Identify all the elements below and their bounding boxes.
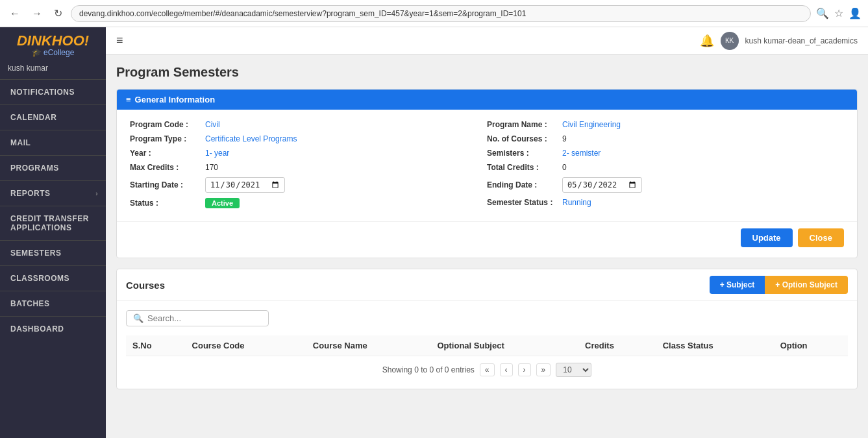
logo-text: DINKHOO!	[8, 34, 98, 48]
sidebar-item-batches[interactable]: BATCHES	[0, 291, 106, 316]
next-page-button[interactable]: ›	[518, 363, 531, 376]
program-type-value: Certificate Level Programs	[205, 134, 297, 143]
per-page-select[interactable]: 10 25 50 100	[556, 363, 591, 377]
courses-header: Courses + Subject + Option Subject	[117, 269, 857, 301]
semisters-value: 2- semister	[562, 149, 601, 158]
profile-icon[interactable]: 👤	[849, 7, 862, 19]
info-col-right: Program Name : Civil Engineering No. of …	[487, 120, 844, 208]
status-badge: Active	[205, 198, 240, 208]
sidebar-logo: DINKHOO! 🎓 eCollege	[0, 27, 106, 61]
app-header: ≡ 🔔 KK kush kumar-dean_of_academics	[106, 27, 868, 55]
sidebar-item-dashboard[interactable]: Dashboard	[0, 317, 106, 341]
table-header: S.No Course Code Course Name Optional Su…	[126, 335, 848, 356]
year-label: Year :	[130, 149, 201, 158]
col-course-name: Course Name	[306, 335, 431, 356]
bookmark-icon[interactable]: ☆	[834, 7, 843, 19]
col-sno: S.No	[126, 335, 186, 356]
close-button[interactable]: Close	[798, 228, 844, 247]
courses-card: Courses + Subject + Option Subject 🔍	[116, 269, 858, 389]
update-button[interactable]: Update	[741, 228, 793, 247]
info-grid: Program Code : Civil Program Type : Cert…	[130, 120, 844, 208]
sidebar-item-credit-transfer[interactable]: CREDIT TRANSFER APPLICATIONS	[0, 206, 106, 240]
no-of-courses-row: No. of Courses : 9	[487, 134, 844, 143]
courses-buttons: + Subject + Option Subject	[710, 276, 848, 294]
page-title: Program Semesters	[116, 65, 858, 80]
main-content: ≡ 🔔 KK kush kumar-dean_of_academics Prog…	[106, 27, 868, 438]
no-of-courses-value: 9	[562, 134, 567, 143]
year-row: Year : 1- year	[130, 149, 487, 158]
forward-button[interactable]: →	[29, 6, 45, 21]
add-option-subject-button[interactable]: + Option Subject	[765, 276, 848, 294]
total-credits-label: Total Credits :	[487, 163, 558, 172]
col-class-status: Class Status	[656, 335, 774, 356]
program-type-label: Program Type :	[130, 134, 201, 143]
address-bar[interactable]: devang.dinkhoo.com/ecollege/member/#/dea…	[71, 5, 811, 22]
sidebar-user: kush kumar	[0, 61, 106, 79]
reload-button[interactable]: ↻	[51, 6, 66, 21]
semisters-label: Semisters :	[487, 149, 558, 158]
courses-table: S.No Course Code Course Name Optional Su…	[126, 335, 848, 356]
back-button[interactable]: ←	[6, 6, 23, 21]
info-card-footer: Update Close	[117, 221, 857, 258]
ending-date-label: Ending Date :	[487, 180, 558, 189]
info-col-left: Program Code : Civil Program Type : Cert…	[130, 120, 487, 208]
browser-chrome: ← → ↻ devang.dinkhoo.com/ecollege/member…	[0, 0, 868, 27]
program-type-row: Program Type : Certificate Level Program…	[130, 134, 487, 143]
info-header-icon: ≡	[126, 95, 131, 104]
search-browser-icon[interactable]: 🔍	[816, 7, 829, 19]
last-page-button[interactable]: »	[536, 363, 551, 376]
prev-page-button[interactable]: ‹	[500, 363, 513, 376]
ending-date-row: Ending Date :	[487, 177, 844, 193]
program-name-row: Program Name : Civil Engineering	[487, 120, 844, 129]
no-of-courses-label: No. of Courses :	[487, 134, 558, 143]
browser-actions: 🔍 ☆ 👤	[816, 7, 862, 19]
add-subject-button[interactable]: + Subject	[710, 276, 765, 294]
courses-title: Courses	[126, 280, 165, 291]
semisters-row: Semisters : 2- semister	[487, 149, 844, 158]
sidebar: DINKHOO! 🎓 eCollege kush kumar NOTIFICAT…	[0, 27, 106, 438]
ending-date-input[interactable]	[562, 177, 642, 193]
search-wrap: 🔍	[126, 310, 269, 326]
semester-status-label: Semester Status :	[487, 198, 558, 207]
col-course-code: Course Code	[186, 335, 306, 356]
starting-date-row: Starting Date :	[130, 177, 487, 193]
header-username: kush kumar-dean_of_academics	[745, 36, 858, 45]
sidebar-item-reports[interactable]: REPORTS ›	[0, 181, 106, 206]
program-name-label: Program Name :	[487, 120, 558, 129]
program-code-value: Civil	[205, 120, 220, 129]
general-info-header: ≡ General Information	[117, 90, 857, 110]
courses-body: 🔍 S.No Course Code Course Name Optional …	[117, 301, 857, 389]
search-icon: 🔍	[133, 313, 143, 323]
sidebar-item-mail[interactable]: MAIL	[0, 130, 106, 155]
col-option: Option	[774, 335, 848, 356]
search-input[interactable]	[147, 313, 262, 323]
general-info-label: General Information	[135, 95, 216, 104]
general-info-body: Program Code : Civil Program Type : Cert…	[117, 110, 857, 219]
col-credits: Credits	[578, 335, 656, 356]
header-right: 🔔 KK kush kumar-dean_of_academics	[700, 32, 858, 50]
program-code-row: Program Code : Civil	[130, 120, 487, 129]
starting-date-input[interactable]	[205, 177, 285, 193]
showing-entries: Showing 0 to 0 of 0 entries	[382, 365, 475, 374]
general-info-card: ≡ General Information Program Code : Civ…	[116, 89, 858, 258]
sidebar-item-notifications[interactable]: NOTIFICATIONS	[0, 80, 106, 104]
total-credits-value: 0	[562, 163, 567, 172]
col-optional-subject: Optional Subject	[430, 335, 578, 356]
table-footer: Showing 0 to 0 of 0 entries « ‹ › » 10 2…	[126, 356, 848, 380]
chevron-right-icon: ›	[95, 190, 98, 197]
total-credits-row: Total Credits : 0	[487, 163, 844, 172]
avatar: KK	[721, 32, 739, 50]
sidebar-item-programs[interactable]: PROGRAMS	[0, 156, 106, 180]
hamburger-icon[interactable]: ≡	[116, 34, 123, 47]
sidebar-item-semesters[interactable]: SEMESTERS	[0, 241, 106, 265]
program-code-label: Program Code :	[130, 120, 201, 129]
sidebar-item-classrooms[interactable]: CLASSROOMS	[0, 266, 106, 291]
first-page-button[interactable]: «	[480, 363, 495, 376]
semester-status-row: Semester Status : Running	[487, 198, 844, 207]
page-body: Program Semesters ≡ General Information …	[106, 55, 868, 438]
sidebar-item-calendar[interactable]: CALENDAR	[0, 105, 106, 130]
status-label: Status :	[130, 199, 201, 208]
year-value: 1- year	[205, 149, 229, 158]
bell-icon[interactable]: 🔔	[700, 34, 714, 48]
logo-sub: 🎓 eCollege	[8, 48, 98, 57]
